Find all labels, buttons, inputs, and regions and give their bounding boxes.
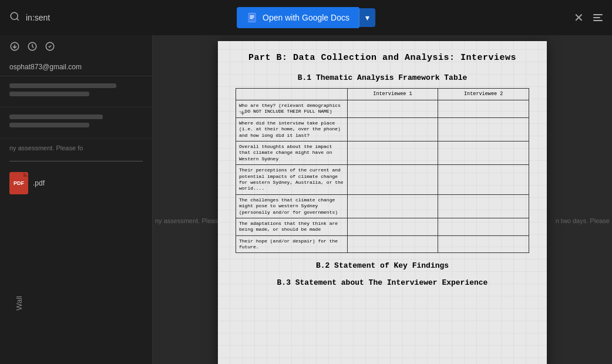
open-docs-label: Open with Google Docs [263,13,349,22]
thematic-analysis-table: Interviewee 1 Interviewee 2 Who are they… [236,88,529,253]
add-row-icon[interactable]: + [240,109,245,118]
document-preview-panel: ny assessment. Please fo n two days. Ple… [153,35,612,364]
open-with-google-docs-button[interactable]: Open with Google Docs [237,7,359,28]
divider [9,161,143,161]
table-subtitle: B.1 Thematic Analysis Framework Table [236,73,529,82]
table-row: The challenges that climate change might… [236,194,529,218]
table-row: Overall thoughts about the impact that c… [236,141,529,165]
table-row: Where did the interview take place (i.e.… [236,117,529,141]
svg-point-0 [11,12,18,19]
table-header-interviewee2: Interviewee 2 [438,89,529,100]
check-circle-icon[interactable] [45,41,55,55]
table-cell-label: Who are they? (relevant demographics – D… [236,100,348,118]
table-cell-i2 [438,141,529,165]
search-icon[interactable] [9,11,20,25]
sidebar-icons [0,35,152,60]
list-item[interactable] [0,76,152,107]
table-cell-i2 [438,194,529,218]
pdf-filename: .pdf [33,179,45,187]
toolbar-right: ✕ [574,11,603,25]
document-content: Part B: Data Collection and Analysis: In… [218,41,547,302]
list-item[interactable] [0,107,152,139]
table-cell-i1 [347,141,438,165]
section-b3-heading: B.3 Statement about The Interviewer Expe… [236,278,529,287]
clock-icon[interactable] [27,41,38,55]
search-query: in:sent [26,13,50,22]
table-cell-label: Their hope (and/or despair) for the futu… [236,235,348,253]
svg-rect-9 [250,17,254,18]
table-header-row-label [236,89,348,100]
table-cell-label: Where did the interview take place (i.e.… [236,117,348,141]
table-cell-i1 [347,235,438,253]
email-snippet-left: ny assessment. Please fo [0,139,152,156]
table-header-interviewee1: Interviewee 1 [347,89,438,100]
table-cell-label: Overall thoughts about the impact that c… [236,141,348,165]
dropdown-arrow-icon: ▾ [365,13,369,22]
table-cell-i2 [438,117,529,141]
toolbar-center: Open with Google Docs ▾ [237,7,375,28]
table-cell-i2 [438,100,529,118]
table-row: Their perceptions of the current and pot… [236,165,529,195]
toolbar: in:sent Open with Google Docs [0,0,612,35]
document-page: Part B: Data Collection and Analysis: In… [218,41,547,364]
close-button[interactable]: ✕ [574,11,584,25]
table-section: + B.1 Thematic Analysis Framework Table … [236,73,529,253]
table-cell-label: The challenges that climate change might… [236,194,348,218]
svg-line-1 [16,18,18,20]
pdf-attachment-item[interactable]: PDF .pdf [0,166,152,200]
pdf-icon: PDF [9,172,28,194]
svg-rect-10 [250,18,253,19]
toolbar-left: in:sent [9,11,50,25]
table-row: Who are they? (relevant demographics – D… [236,100,529,118]
email-sidebar: osphat873@gmail.com ny assessment. Pleas… [0,35,153,364]
table-cell-i1 [347,165,438,195]
table-cell-label: The adaptations that they think are bein… [236,218,348,235]
table-cell-i1 [347,100,438,118]
table-cell-i1 [347,194,438,218]
google-docs-icon [246,12,258,23]
main-content: osphat873@gmail.com ny assessment. Pleas… [0,35,612,364]
svg-rect-8 [250,15,254,16]
table-cell-i2 [438,165,529,195]
table-row: Their hope (and/or despair) for the futu… [236,235,529,253]
table-cell-i1 [347,117,438,141]
settings-icon[interactable] [593,14,603,21]
document-title: Part B: Data Collection and Analysis: In… [236,53,529,63]
svg-rect-7 [248,14,255,22]
email-address: osphat873@gmail.com [0,60,152,76]
wall-label: Wall [0,267,38,339]
table-cell-i2 [438,235,529,253]
inbox-icon[interactable] [9,41,20,55]
table-cell-i1 [347,218,438,235]
table-cell-i2 [438,218,529,235]
open-docs-dropdown-button[interactable]: ▾ [359,8,375,27]
table-row: The adaptations that they think are bein… [236,218,529,235]
table-cell-label: Their perceptions of the current and pot… [236,165,348,195]
section-b2-heading: B.2 Statement of Key Findings [236,261,529,270]
